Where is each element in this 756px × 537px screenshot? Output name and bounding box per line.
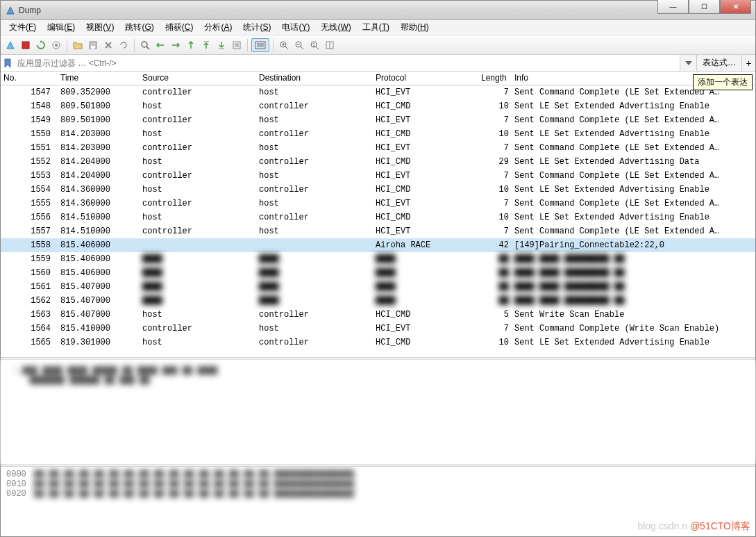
- zoom-in-icon[interactable]: [277, 38, 291, 52]
- minimize-button[interactable]: —: [657, 0, 689, 14]
- packet-row[interactable]: 1560815.406000██████████████████ ████ ██…: [1, 266, 755, 280]
- cell-source: host: [140, 157, 256, 167]
- byte-offset: 0010: [6, 479, 34, 489]
- col-source[interactable]: Source: [140, 72, 256, 85]
- svg-point-2: [55, 44, 58, 47]
- packet-row[interactable]: 1559815.406000██████████████████ ████ ██…: [1, 252, 755, 266]
- packet-row[interactable]: 1550814.203000hostcontrollerHCI_CMD10Sen…: [1, 127, 755, 141]
- cell-length: ██: [478, 282, 512, 292]
- menu-统计[interactable]: 统计(S): [237, 20, 276, 35]
- save-file-icon[interactable]: [86, 38, 100, 52]
- menubar: 文件(F)编辑(E)视图(V)跳转(G)捕获(C)分析(A)统计(S)电话(Y)…: [1, 20, 755, 35]
- cell-destination: host: [256, 88, 373, 97]
- maximize-button[interactable]: ☐: [689, 0, 720, 14]
- filter-dropdown-icon[interactable]: [680, 55, 696, 71]
- col-no[interactable]: No.: [1, 72, 58, 85]
- byte-line[interactable]: 0010██ ██ ██ ██ ██ ██ ██ ██ ██ ██ ██ ██ …: [6, 479, 750, 489]
- cell-time: 815.407000: [58, 282, 140, 292]
- autoscroll-icon[interactable]: [230, 38, 244, 52]
- menu-文件[interactable]: 文件(F): [3, 20, 42, 35]
- cell-info: ████ ████ █████████ ██: [512, 282, 755, 292]
- next-icon[interactable]: [169, 38, 183, 52]
- col-length[interactable]: Length: [478, 72, 512, 85]
- packet-row[interactable]: 1549809.501000controllerhostHCI_EVT7Sent…: [1, 113, 755, 127]
- cell-info: Sent Command Complete (LE Set Extended A…: [512, 199, 755, 208]
- cell-no: 1555: [1, 199, 58, 208]
- start-capture-icon[interactable]: [3, 38, 17, 52]
- menu-帮助[interactable]: 帮助(H): [395, 20, 435, 35]
- menu-分析[interactable]: 分析(A): [199, 20, 237, 35]
- menu-无线[interactable]: 无线(W): [315, 20, 356, 35]
- cell-destination: ████: [256, 254, 373, 264]
- packet-row[interactable]: 1548809.501000hostcontrollerHCI_CMD10Sen…: [1, 99, 755, 113]
- packet-row[interactable]: 1562815.407000██████████████████ ████ ██…: [1, 294, 755, 308]
- display-filter-input[interactable]: [15, 55, 680, 71]
- menu-工具[interactable]: 工具(T): [357, 20, 395, 35]
- menu-编辑[interactable]: 编辑(E): [42, 20, 81, 35]
- cell-source: controller: [140, 88, 256, 97]
- open-file-icon[interactable]: [71, 38, 85, 52]
- byte-line[interactable]: 0000██ ██ ██ ██ ██ ██ ██ ██ ██ ██ ██ ██ …: [6, 470, 750, 479]
- col-destination[interactable]: Destination: [256, 72, 373, 85]
- menu-电话[interactable]: 电话(Y): [276, 20, 315, 35]
- first-icon[interactable]: [199, 38, 213, 52]
- cell-destination: controller: [256, 213, 373, 222]
- window-controls: — ☐ ✕: [657, 1, 755, 19]
- svg-text:1: 1: [312, 42, 315, 47]
- cell-info: Sent LE Set Extended Advertising Enable: [512, 338, 755, 347]
- packet-row[interactable]: 1556814.510000hostcontrollerHCI_CMD10Sen…: [1, 210, 755, 224]
- zoom-reset-icon[interactable]: 1: [308, 38, 321, 52]
- cell-time: 809.352000: [58, 88, 140, 97]
- menu-视图[interactable]: 视图(V): [81, 20, 119, 35]
- resize-columns-icon[interactable]: [323, 38, 337, 52]
- col-protocol[interactable]: Protocol: [373, 72, 478, 85]
- cell-protocol: HCI_CMD: [373, 213, 478, 222]
- close-button[interactable]: ✕: [720, 0, 751, 14]
- last-icon[interactable]: [215, 38, 228, 52]
- column-headers[interactable]: No. Time Source Destination Protocol Len…: [1, 72, 755, 85]
- zoom-out-icon[interactable]: [292, 38, 306, 52]
- expression-button[interactable]: 表达式…: [696, 55, 741, 71]
- menu-捕获[interactable]: 捕获(C): [160, 20, 199, 35]
- cell-no: 1549: [1, 115, 58, 125]
- colorize-icon[interactable]: [251, 38, 269, 52]
- packet-row[interactable]: 1561815.407000██████████████████ ████ ██…: [1, 280, 755, 294]
- cell-time: 814.203000: [58, 129, 140, 139]
- find-icon[interactable]: [138, 38, 152, 52]
- packet-row[interactable]: 1563815.407000hostcontrollerHCI_CMD5Sent…: [1, 308, 755, 322]
- add-filter-button[interactable]: +: [741, 55, 755, 71]
- goto-icon[interactable]: [184, 38, 198, 52]
- cell-protocol: HCI_EVT: [373, 171, 478, 181]
- options-icon[interactable]: [49, 38, 63, 52]
- prev-icon[interactable]: [153, 38, 167, 52]
- cell-length: 10: [478, 338, 512, 347]
- byte-line[interactable]: 0020██ ██ ██ ██ ██ ██ ██ ██ ██ ██ ██ ██ …: [6, 489, 750, 499]
- toolbar-separator: [247, 39, 248, 51]
- reload-icon[interactable]: [117, 38, 131, 52]
- packet-row[interactable]: 1552814.204000hostcontrollerHCI_CMD29Sen…: [1, 155, 755, 169]
- menu-跳转[interactable]: 跳转(G): [119, 20, 159, 35]
- packet-row[interactable]: 1565819.301000hostcontrollerHCI_CMD10Sen…: [1, 336, 755, 349]
- cell-length: 7: [478, 199, 512, 208]
- cell-length: 7: [478, 171, 512, 181]
- packet-rows[interactable]: 1547809.352000controllerhostHCI_EVT7Sent…: [1, 85, 755, 357]
- bookmark-icon[interactable]: [1, 55, 15, 71]
- packet-row[interactable]: 1564815.410000controllerhostHCI_EVT7Sent…: [1, 322, 755, 336]
- packet-row[interactable]: 1557814.510000controllerhostHCI_EVT7Sent…: [1, 224, 755, 238]
- cell-info: Sent Command Complete (LE Set Extended A…: [512, 143, 755, 153]
- cell-info: [149]Pairing_Connectable2:22,0: [512, 240, 755, 250]
- packet-row[interactable]: 1553814.204000controllerhostHCI_EVT7Sent…: [1, 169, 755, 183]
- cell-source: ████: [140, 296, 256, 306]
- packet-details-pane[interactable]: ▷███ ████ ████ █████ ██ ████ ███ ██ ████…: [1, 360, 755, 464]
- titlebar[interactable]: Dump — ☐ ✕: [1, 1, 755, 20]
- restart-capture-icon[interactable]: [34, 38, 48, 52]
- packet-row[interactable]: 1558815.406000Airoha RACE42[149]Pairing_…: [1, 238, 755, 252]
- col-time[interactable]: Time: [58, 72, 140, 85]
- cell-length: 29: [478, 157, 512, 167]
- packet-row[interactable]: 1547809.352000controllerhostHCI_EVT7Sent…: [1, 85, 755, 99]
- packet-row[interactable]: 1551814.203000controllerhostHCI_EVT7Sent…: [1, 141, 755, 155]
- packet-row[interactable]: 1555814.360000controllerhostHCI_EVT7Sent…: [1, 197, 755, 210]
- packet-row[interactable]: 1554814.360000hostcontrollerHCI_CMD10Sen…: [1, 183, 755, 197]
- close-file-icon[interactable]: [101, 38, 115, 52]
- stop-capture-icon[interactable]: [19, 38, 33, 52]
